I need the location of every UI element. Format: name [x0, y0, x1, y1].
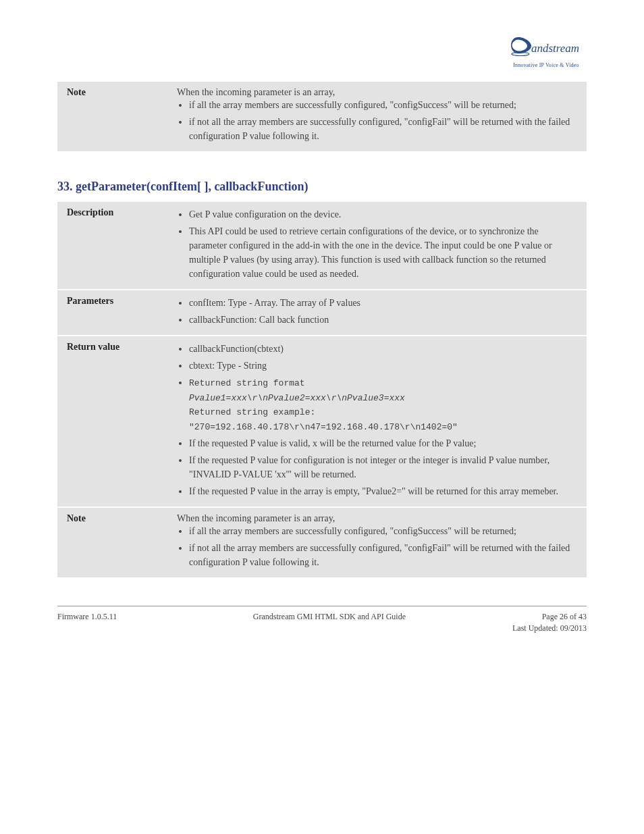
list-item: if not all the array members are success… [189, 115, 577, 143]
page-footer: Firmware 1.0.5.11 Grandstream GMI HTML S… [57, 606, 587, 633]
row-label: Return value [57, 336, 167, 506]
note-bullets: if all the array members are successfull… [177, 98, 577, 143]
table-row: Description Get P value configuration on… [57, 202, 587, 289]
list-item: confItem: Type - Array. The array of P v… [189, 296, 577, 310]
brand-logo: andstream Innovative IP Voice & Video [506, 34, 587, 68]
list-item: If the requested P value in the array is… [189, 484, 577, 498]
list-item: if not all the array members are success… [189, 541, 577, 569]
note-intro: When the incoming parameter is an array, [177, 87, 577, 98]
footer-right-1: Page 26 of 43 [542, 612, 587, 622]
description-bullets: Get P value configuration on the device.… [177, 207, 577, 281]
list-item: if all the array members are successfull… [189, 98, 577, 112]
grandstream-logo-icon: andstream [506, 34, 587, 61]
logo-tagline: Innovative IP Voice & Video [506, 62, 587, 68]
footer-left: Firmware 1.0.5.11 [57, 612, 117, 622]
list-item: Returned string formatPvalue1=xxx\r\nPva… [189, 375, 577, 434]
list-item: Get P value configuration on the device. [189, 207, 577, 221]
list-item: If the requested P value is valid, x wil… [189, 436, 577, 450]
list-item: This API could be used to retrieve certa… [189, 224, 577, 281]
table-row: Note When the incoming parameter is an a… [57, 82, 587, 151]
section-33-table: Description Get P value configuration on… [57, 201, 587, 579]
footer-line-2: Last Updated: 09/2013 [57, 623, 587, 633]
page-header: andstream Innovative IP Voice & Video [57, 34, 587, 68]
list-item: If the requested P value for configurati… [189, 453, 577, 481]
list-item: callbackFunction: Call back function [189, 313, 577, 327]
page: andstream Innovative IP Voice & Video No… [0, 0, 644, 654]
table-row: Parameters confItem: Type - Array. The a… [57, 290, 587, 335]
section-heading: 33. getParameter(confItem[ ], callbackFu… [57, 180, 587, 194]
row-label: Parameters [57, 290, 167, 335]
list-item: cbtext: Type - String [189, 359, 577, 373]
row-content: callbackFunction(cbtext) cbtext: Type - … [167, 336, 587, 506]
table-row: Note When the incoming parameter is an a… [57, 508, 587, 577]
row-label: Note [57, 82, 167, 151]
row-label: Description [57, 202, 167, 289]
row-content: Get P value configuration on the device.… [167, 202, 587, 289]
footer-center: Grandstream GMI HTML SDK and API Guide [253, 612, 406, 622]
logo-text: andstream [531, 42, 579, 55]
row-content: When the incoming parameter is an array,… [167, 508, 587, 577]
parameters-bullets: confItem: Type - Array. The array of P v… [177, 296, 577, 327]
footer-right-2: Last Updated: 09/2013 [512, 623, 587, 633]
row-content: When the incoming parameter is an array,… [167, 82, 587, 151]
row-label: Note [57, 508, 167, 577]
footer-line-1: Firmware 1.0.5.11 Grandstream GMI HTML S… [57, 612, 587, 622]
return-format-text: Returned string formatPvalue1=xxx\r\nPva… [189, 378, 458, 432]
return-bullets: callbackFunction(cbtext) cbtext: Type - … [177, 342, 577, 498]
top-note-table: Note When the incoming parameter is an a… [57, 80, 587, 153]
list-item: callbackFunction(cbtext) [189, 342, 577, 356]
list-item: if all the array members are successfull… [189, 524, 577, 538]
note-bullets: if all the array members are successfull… [177, 524, 577, 569]
note-intro: When the incoming parameter is an array, [177, 513, 577, 524]
row-content: confItem: Type - Array. The array of P v… [167, 290, 587, 335]
table-row: Return value callbackFunction(cbtext) cb… [57, 336, 587, 506]
